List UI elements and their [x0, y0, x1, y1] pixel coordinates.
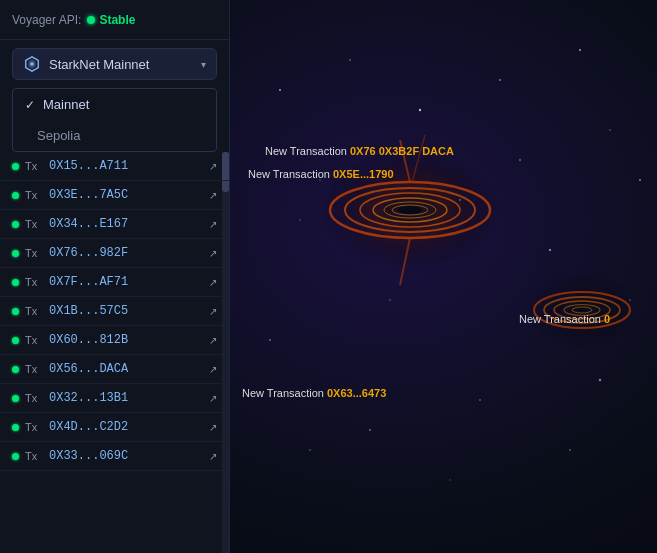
- network-menu-item-sepolia[interactable]: Sepolia: [13, 120, 216, 151]
- mainnet-label: Mainnet: [43, 97, 89, 112]
- tx-status-dot: [12, 366, 19, 373]
- tx-notification-2: New Transaction 0X5E...1790: [248, 168, 394, 180]
- list-item[interactable]: Tx 0X15...A711 ↗: [0, 152, 229, 181]
- list-item[interactable]: Tx 0X34...E167 ↗: [0, 210, 229, 239]
- tx-hash: 0X15...A711: [49, 159, 203, 173]
- check-icon: ✓: [25, 98, 35, 112]
- external-link-icon[interactable]: ↗: [209, 422, 217, 433]
- tx-hash: 0X60...812B: [49, 333, 203, 347]
- svg-point-38: [577, 309, 587, 312]
- svg-point-14: [599, 379, 601, 381]
- svg-point-5: [609, 129, 611, 131]
- svg-point-15: [449, 479, 450, 480]
- network-name: StarkNet Mainnet: [49, 57, 201, 72]
- tx-type-label: Tx: [25, 421, 43, 433]
- starknet-icon: [23, 55, 41, 73]
- external-link-icon[interactable]: ↗: [209, 306, 217, 317]
- list-item[interactable]: Tx 0X1B...57C5 ↗: [0, 297, 229, 326]
- tx-status-dot: [12, 453, 19, 460]
- tx-type-label: Tx: [25, 247, 43, 259]
- external-link-icon[interactable]: ↗: [209, 190, 217, 201]
- tx-notification-3: New Transaction 0X63...6473: [242, 387, 386, 399]
- tx-status-dot: [12, 337, 19, 344]
- sepolia-label: Sepolia: [37, 128, 80, 143]
- tx-hash: 0X7F...AF71: [49, 275, 203, 289]
- tx-hash: 0X3E...7A5C: [49, 188, 203, 202]
- list-item[interactable]: Tx 0X56...DACA ↗: [0, 355, 229, 384]
- svg-point-0: [279, 89, 281, 91]
- tx-hash: 0X33...069C: [49, 449, 203, 463]
- tx-status-dot: [12, 192, 19, 199]
- tx-type-label: Tx: [25, 189, 43, 201]
- list-item[interactable]: Tx 0X60...812B ↗: [0, 326, 229, 355]
- svg-point-1: [349, 59, 351, 61]
- status-indicator: [87, 16, 95, 24]
- network-selector[interactable]: StarkNet Mainnet ▾: [12, 48, 217, 80]
- tx-type-label: Tx: [25, 276, 43, 288]
- svg-point-31: [398, 206, 422, 214]
- tx-hash: 0X56...DACA: [49, 362, 203, 376]
- tx-hash: 0X4D...C2D2: [49, 420, 203, 434]
- api-label: Voyager API:: [12, 13, 81, 27]
- svg-point-11: [269, 339, 271, 341]
- chevron-down-icon: ▾: [201, 59, 206, 70]
- svg-point-3: [499, 79, 501, 81]
- tx-notification-4: New Transaction 0: [519, 313, 610, 325]
- tx-status-dot: [12, 250, 19, 257]
- tx-hash: 0X76...982F: [49, 246, 203, 260]
- svg-point-10: [639, 179, 641, 181]
- external-link-icon[interactable]: ↗: [209, 393, 217, 404]
- list-item[interactable]: Tx 0X32...13B1 ↗: [0, 384, 229, 413]
- external-link-icon[interactable]: ↗: [209, 451, 217, 462]
- tx-status-dot: [12, 395, 19, 402]
- svg-point-41: [30, 62, 34, 66]
- svg-point-20: [569, 449, 571, 451]
- external-link-icon[interactable]: ↗: [209, 335, 217, 346]
- list-item[interactable]: Tx 0X33...069C ↗: [0, 442, 229, 471]
- tx-status-dot: [12, 424, 19, 431]
- tx-type-label: Tx: [25, 392, 43, 404]
- external-link-icon[interactable]: ↗: [209, 277, 217, 288]
- svg-point-18: [369, 429, 371, 431]
- tx-type-label: Tx: [25, 160, 43, 172]
- api-status-bar: Voyager API: Stable: [0, 0, 229, 40]
- status-text: Stable: [99, 13, 135, 27]
- tx-status-dot: [12, 221, 19, 228]
- transaction-list-wrapper: Tx 0X15...A711 ↗ Tx 0X3E...7A5C ↗ Tx 0X3…: [0, 152, 229, 553]
- svg-point-12: [479, 399, 481, 401]
- tx-hash: 0X1B...57C5: [49, 304, 203, 318]
- network-menu-item-mainnet[interactable]: ✓ Mainnet: [13, 89, 216, 120]
- external-link-icon[interactable]: ↗: [209, 364, 217, 375]
- tx-type-label: Tx: [25, 450, 43, 462]
- tx-type-label: Tx: [25, 363, 43, 375]
- tx-type-label: Tx: [25, 334, 43, 346]
- svg-point-4: [579, 49, 581, 51]
- list-item[interactable]: Tx 0X7F...AF71 ↗: [0, 268, 229, 297]
- list-item[interactable]: Tx 0X76...982F ↗: [0, 239, 229, 268]
- svg-point-2: [419, 109, 421, 111]
- tx-hash: 0X34...E167: [49, 217, 203, 231]
- svg-point-13: [309, 449, 311, 451]
- wormhole-secondary: [517, 250, 647, 370]
- tx-type-label: Tx: [25, 218, 43, 230]
- external-link-icon[interactable]: ↗: [209, 248, 217, 259]
- tx-status-dot: [12, 163, 19, 170]
- external-link-icon[interactable]: ↗: [209, 219, 217, 230]
- tx-status-dot: [12, 279, 19, 286]
- tx-type-label: Tx: [25, 305, 43, 317]
- list-item[interactable]: Tx 0X3E...7A5C ↗: [0, 181, 229, 210]
- transaction-list: Tx 0X15...A711 ↗ Tx 0X3E...7A5C ↗ Tx 0X3…: [0, 152, 229, 471]
- sidebar: Voyager API: Stable StarkNet Mainnet ▾ ✓…: [0, 0, 230, 553]
- list-item[interactable]: Tx 0X4D...C2D2 ↗: [0, 413, 229, 442]
- tx-hash: 0X32...13B1: [49, 391, 203, 405]
- network-dropdown: ✓ Mainnet Sepolia: [12, 88, 217, 152]
- external-link-icon[interactable]: ↗: [209, 161, 217, 172]
- tx-notification-1: New Transaction 0X76 0X3B2F DACA: [265, 145, 454, 157]
- tx-status-dot: [12, 308, 19, 315]
